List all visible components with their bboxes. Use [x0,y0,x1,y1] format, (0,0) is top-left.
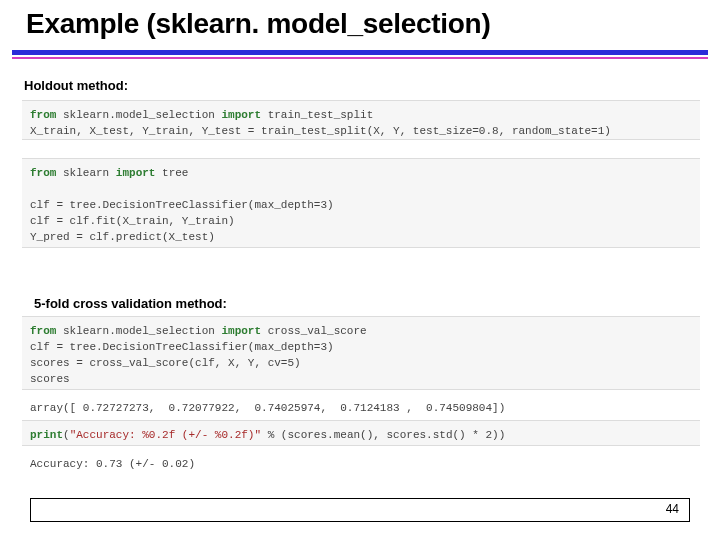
code-block-3: from sklearn.model_selection import cros… [22,316,700,390]
string-literal: "Accuracy: %0.2f (+/- %0.2f)" [70,429,261,441]
code-text: sklearn [56,167,115,179]
code-text: tree [155,167,188,179]
code-line: scores = cross_val_score(clf, X, Y, cv=5… [30,357,301,369]
page-number: 44 [666,502,679,516]
keyword-import: import [221,325,261,337]
code-line: clf = tree.DecisionTreeClassifier(max_de… [30,199,334,211]
code-block-2: from sklearn import tree clf = tree.Deci… [22,158,700,248]
slide: Example (sklearn. model_selection) Holdo… [0,0,720,540]
code-line: scores [30,373,70,385]
code-text: sklearn.model_selection [56,325,221,337]
code-text: sklearn.model_selection [56,109,221,121]
code-line: clf = tree.DecisionTreeClassifier(max_de… [30,341,334,353]
accent-bar [12,50,708,60]
keyword-import: import [221,109,261,121]
accent-bar-magenta [12,57,708,59]
subhead-holdout: Holdout method: [24,78,128,93]
slide-title: Example (sklearn. model_selection) [26,8,490,40]
subhead-cv: 5-fold cross validation method: [34,296,227,311]
keyword-from: from [30,109,56,121]
code-text: cross_val_score [261,325,367,337]
keyword-print: print [30,429,63,441]
code-text: train_test_split [261,109,373,121]
page-number-box: 44 [30,498,690,522]
code-text: ( [63,429,70,441]
code-line: Y_pred = clf.predict(X_test) [30,231,215,243]
code-text: % (scores.mean(), scores.std() * 2)) [261,429,505,441]
code-line: clf = clf.fit(X_train, Y_train) [30,215,235,227]
accent-bar-blue [12,50,708,55]
code-line: X_train, X_test, Y_train, Y_test = train… [30,125,611,137]
output-accuracy: Accuracy: 0.73 (+/- 0.02) [22,452,700,476]
keyword-from: from [30,167,56,179]
code-block-1: from sklearn.model_selection import trai… [22,100,700,140]
code-block-4: print("Accuracy: %0.2f (+/- %0.2f)" % (s… [22,420,700,446]
output-array: array([ 0.72727273, 0.72077922, 0.740259… [22,396,700,420]
keyword-from: from [30,325,56,337]
keyword-import: import [116,167,156,179]
